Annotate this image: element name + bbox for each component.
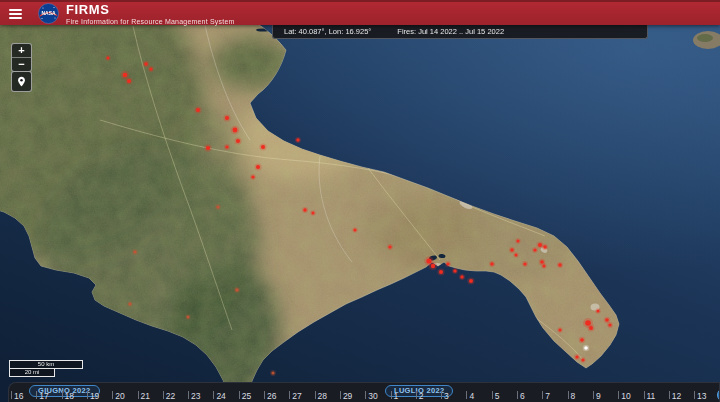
fire-dot [251,175,254,178]
day-tick[interactable] [315,391,316,399]
fire-dot [582,359,585,362]
day-label[interactable]: 23 [191,391,200,401]
day-tick[interactable] [188,391,189,399]
fire-dot [584,346,588,350]
day-tick[interactable] [669,391,670,399]
date-timeline[interactable]: GIUGNO 2022 LUGLIO 2022 1617181920212223… [8,382,720,402]
day-label[interactable]: 26 [267,391,276,401]
scale-mi: 20 mi [9,368,55,377]
day-tick[interactable] [568,391,569,399]
day-label[interactable]: 11 [647,391,656,401]
day-label[interactable]: 6 [520,391,525,401]
day-label[interactable]: 5 [495,391,500,401]
day-label[interactable]: 20 [115,391,124,401]
day-tick[interactable] [466,391,467,399]
day-label[interactable]: 2 [419,391,424,401]
fire-dot [388,245,391,248]
location-pin-icon [15,75,28,88]
day-tick[interactable] [213,391,214,399]
fire-dot [515,254,518,257]
fire-dot [431,264,435,268]
day-label[interactable]: 17 [39,391,48,401]
day-label[interactable]: 7 [545,391,550,401]
app-title: FIRMS [66,3,235,16]
day-label[interactable]: 10 [621,391,630,401]
day-tick[interactable] [138,391,139,399]
fire-dot [233,128,238,133]
day-tick[interactable] [517,391,518,399]
day-tick[interactable] [492,391,493,399]
day-tick[interactable] [11,391,12,399]
day-tick[interactable] [644,391,645,399]
day-tick[interactable] [365,391,366,399]
map-scale-control: 50 km 20 mi [9,360,83,377]
zoom-out-button[interactable]: − [12,58,31,71]
fire-dot [543,245,546,248]
day-tick[interactable] [112,391,113,399]
fire-dot [439,270,443,274]
day-label[interactable]: 1 [394,391,399,401]
day-tick[interactable] [62,391,63,399]
day-tick[interactable] [239,391,240,399]
fire-dot [575,355,578,358]
day-label[interactable]: 22 [166,391,175,401]
fire-dot [510,248,513,251]
day-tick[interactable] [391,391,392,399]
day-tick[interactable] [593,391,594,399]
fire-dot [127,79,131,83]
locate-button[interactable] [11,71,32,92]
zoom-in-button[interactable]: + [12,44,31,57]
day-label[interactable]: 25 [242,391,251,401]
day-label[interactable]: 19 [90,391,99,401]
day-tick[interactable] [264,391,265,399]
day-tick[interactable] [542,391,543,399]
app-header: NASA FIRMS Fire Information for Resource… [0,0,720,25]
day-tick[interactable] [163,391,164,399]
day-tick[interactable] [289,391,290,399]
fire-dot [589,326,593,330]
day-tick[interactable] [416,391,417,399]
day-tick[interactable] [87,391,88,399]
nasa-logo-icon: NASA [38,3,59,24]
day-label[interactable]: 3 [444,391,449,401]
fire-dot [149,67,152,70]
fire-dot [543,265,546,268]
fire-dot [580,338,584,342]
fire-dot [206,146,210,150]
fire-dot [540,260,544,264]
day-label[interactable]: 21 [141,391,150,401]
day-label[interactable]: 13 [697,391,706,401]
day-label[interactable]: 28 [318,391,327,401]
fire-dot [523,262,526,265]
fire-dot [261,145,265,149]
fire-dot [538,243,542,247]
day-tick[interactable] [618,391,619,399]
fire-dot [225,116,229,120]
day-tick[interactable] [340,391,341,399]
fire-dot [123,73,128,78]
day-tick[interactable] [694,391,695,399]
fire-dot [558,263,561,266]
day-label[interactable]: 4 [469,391,474,401]
day-label[interactable]: 8 [571,391,576,401]
fire-dot [446,262,449,265]
zoom-control: + − [11,43,32,72]
fire-dot [129,303,132,306]
fire-dot [225,145,228,148]
day-label[interactable]: 24 [216,391,225,401]
fire-dot [517,240,520,243]
day-label[interactable]: 27 [292,391,301,401]
fire-dot [312,212,315,215]
day-label[interactable]: 9 [596,391,601,401]
day-label[interactable]: 18 [65,391,74,401]
day-label[interactable]: 29 [343,391,352,401]
day-tick[interactable] [441,391,442,399]
fire-dot [187,316,190,319]
satellite-map[interactable] [0,0,720,402]
svg-text:NASA: NASA [41,10,56,16]
day-label[interactable]: 16 [14,391,23,401]
day-label[interactable]: 30 [368,391,377,401]
day-tick[interactable] [36,391,37,399]
menu-button[interactable] [0,2,30,25]
day-label[interactable]: 12 [672,391,681,401]
